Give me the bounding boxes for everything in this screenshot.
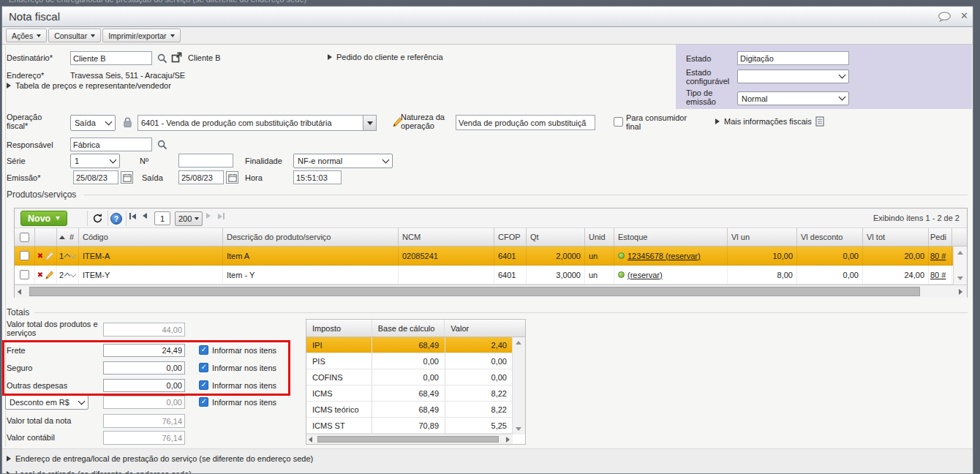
scrollbar-thumb[interactable] [29, 287, 920, 296]
scroll-right-icon[interactable] [506, 437, 510, 443]
informar-seguro-checkbox[interactable] [199, 363, 208, 372]
serie-select[interactable]: 1 [70, 154, 120, 168]
header-vlun[interactable]: Vl un [728, 228, 797, 246]
informar-outras-checkbox[interactable] [199, 380, 208, 390]
edit-pencil-icon[interactable] [45, 271, 54, 279]
search-icon[interactable] [157, 139, 167, 150]
last-page-icon[interactable] [218, 213, 225, 219]
header-estoque[interactable]: Estoque [614, 228, 728, 246]
hora-input[interactable] [293, 170, 342, 184]
desconto-input[interactable] [103, 396, 185, 409]
valor-total-nota-input[interactable] [103, 414, 185, 428]
page-size-select[interactable]: 200 [175, 211, 203, 226]
imposto-row[interactable]: PIS 0,00 0,00 [306, 353, 525, 369]
imposto-row[interactable]: ICMS ST 70,89 5,25 [306, 418, 525, 434]
novo-button[interactable]: Novo [20, 211, 67, 226]
header-ncm[interactable]: NCM [399, 228, 494, 246]
informar-frete-checkbox[interactable] [199, 345, 208, 355]
imposto-row[interactable]: COFINS 0,00 0,00 [306, 369, 525, 385]
header-cfop[interactable]: CFOP [494, 228, 527, 246]
comment-bubble-icon[interactable] [938, 12, 952, 22]
next-page-icon[interactable] [206, 213, 211, 219]
menu-acoes-button[interactable]: Ações [6, 29, 47, 42]
informar-desconto-checkbox[interactable] [199, 397, 208, 407]
tabela-precos-link[interactable]: Tabela de preços e representante/vendedo… [7, 81, 171, 90]
outras-despesas-input[interactable] [103, 379, 185, 392]
table-row[interactable]: 2 ITEM-Y Item - Y 6401 3,0000 un (reserv… [15, 266, 967, 285]
search-icon[interactable] [157, 53, 167, 64]
table-row[interactable]: 1 ITEM-A Item A 02085241 6401 2,0000 un … [15, 247, 967, 266]
refresh-icon[interactable] [91, 212, 103, 224]
natureza-operacao-input[interactable] [456, 115, 595, 130]
external-link-icon[interactable] [171, 52, 182, 63]
operacao-tipo-select[interactable]: Saída [70, 115, 116, 131]
tipo-emissao-select[interactable]: Normal [737, 91, 849, 105]
form-document-icon[interactable] [815, 116, 824, 127]
header-valor[interactable]: Valor [445, 320, 512, 336]
pedido-link[interactable]: 80 # [930, 252, 946, 260]
scroll-down-icon[interactable] [957, 276, 963, 280]
horizontal-scrollbar[interactable] [15, 285, 967, 298]
scroll-up-icon[interactable] [516, 341, 521, 345]
calendar-icon[interactable] [121, 171, 133, 184]
move-down-icon[interactable] [70, 252, 76, 257]
saida-date-input[interactable] [178, 170, 224, 184]
header-vltot[interactable]: Vl tot [863, 228, 929, 246]
local-retirada-link-clipped[interactable]: Local de retirada (se diferente do ender… [7, 470, 445, 474]
estado-input[interactable] [737, 51, 849, 65]
imposto-row[interactable]: ICMS 68,49 8,22 [306, 385, 525, 402]
menu-imprimir-button[interactable]: Imprimir/exportar [102, 29, 180, 42]
menu-consultar-button[interactable]: Consultar [48, 29, 101, 42]
header-descricao[interactable]: Descrição do produto/serviço [223, 228, 399, 246]
help-icon[interactable] [110, 213, 122, 225]
header-imposto[interactable]: Imposto [306, 320, 372, 336]
header-pedido[interactable]: Pedi [929, 228, 952, 246]
emissao-date-input[interactable] [73, 170, 118, 184]
estoque-reservar-link[interactable]: 12345678 (reservar) [627, 252, 701, 260]
close-icon[interactable] [960, 10, 968, 21]
scroll-up-icon[interactable] [957, 251, 963, 255]
endereco-entrega-link[interactable]: Endereço de entrega/local de prestação d… [7, 454, 313, 463]
page-number-input[interactable]: 1 [154, 211, 170, 225]
pedido-cliente-link[interactable]: Pedido do cliente e referência [328, 53, 443, 61]
combo-dropdown-button[interactable] [363, 116, 376, 130]
edit-pencil-icon[interactable] [45, 252, 54, 260]
row-checkbox[interactable] [20, 270, 29, 279]
header-codigo[interactable]: Código [79, 228, 223, 246]
vertical-scrollbar[interactable] [953, 247, 967, 285]
header-qt[interactable]: Qt [527, 228, 585, 246]
scroll-right-icon[interactable] [959, 289, 962, 295]
imposto-row[interactable]: IPI 68,49 2,40 [306, 337, 525, 353]
para-consumidor-checkbox[interactable] [614, 117, 623, 127]
row-checkbox[interactable] [20, 251, 29, 260]
prev-page-icon[interactable] [143, 213, 147, 219]
scroll-left-icon[interactable] [309, 437, 312, 443]
numero-input[interactable] [178, 154, 233, 168]
first-page-icon[interactable] [129, 213, 136, 219]
delete-row-icon[interactable] [37, 271, 43, 279]
calendar-icon[interactable] [226, 171, 238, 184]
seguro-input[interactable] [103, 361, 185, 375]
valor-total-produtos-input[interactable] [103, 323, 185, 336]
header-base[interactable]: Base de cálculo [372, 320, 445, 336]
desconto-tipo-select[interactable]: Desconto em R$ [5, 395, 88, 410]
estoque-reservar-link[interactable]: (reservar) [627, 271, 663, 279]
vertical-scrollbar[interactable] [512, 337, 525, 434]
valor-contabil-input[interactable] [103, 431, 185, 445]
mais-informacoes-link[interactable]: Mais informações fiscais [715, 117, 812, 126]
local-retirada-link[interactable]: Local de retirada (se diferente do ender… [7, 470, 445, 474]
move-down-icon[interactable] [70, 271, 76, 276]
horizontal-scrollbar[interactable] [306, 434, 513, 444]
scroll-left-icon[interactable] [18, 289, 21, 295]
finalidade-select[interactable]: NF-e normal [293, 154, 393, 168]
select-all-checkbox[interactable] [20, 233, 29, 242]
destinatario-input[interactable] [70, 51, 152, 65]
responsavel-input[interactable] [70, 138, 152, 151]
header-vldesconto[interactable]: Vl desconto [797, 228, 863, 246]
imposto-row[interactable]: ICMS teórico 68,49 8,22 [306, 402, 525, 418]
header-num[interactable]: # [57, 228, 79, 246]
delete-row-icon[interactable] [37, 252, 43, 260]
pedido-link[interactable]: 80 # [930, 271, 946, 279]
estado-configuravel-select[interactable] [737, 69, 849, 83]
operacao-cfop-combo[interactable]: 6401 - Venda de produção com substituiçã… [137, 115, 377, 131]
